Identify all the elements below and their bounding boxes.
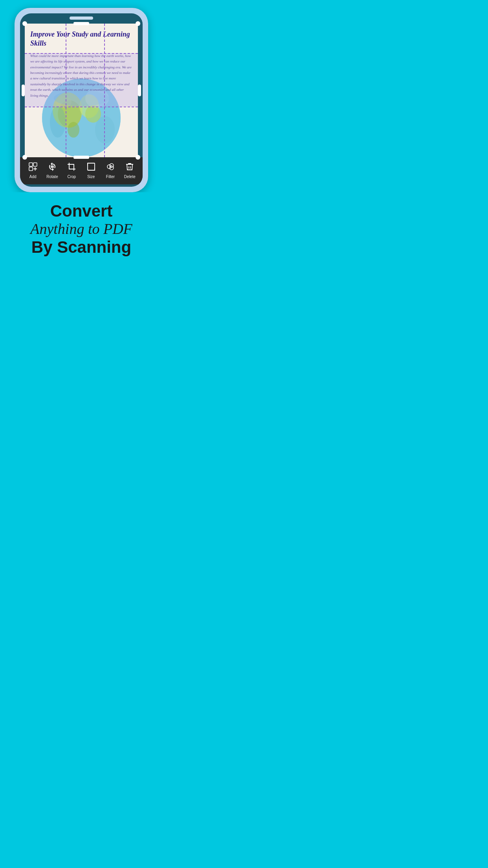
svg-rect-15 [29,167,33,171]
crop-icon [67,162,76,173]
svg-point-7 [68,122,79,138]
rotate-label: Rotate [46,175,58,179]
toolbar-rotate[interactable]: Rotate [44,162,61,179]
phone-frame: Improve Your Study and Learning Skills W… [15,8,148,192]
convert-title: Convert [8,202,155,221]
selected-region [25,53,138,107]
size-icon [86,162,96,173]
filter-icon [106,162,115,173]
svg-point-10 [50,106,66,138]
document-container: Improve Your Study and Learning Skills W… [25,24,138,157]
crop-handle-left[interactable] [22,85,25,96]
phone-screen: Improve Your Study and Learning Skills W… [20,13,143,187]
crop-handle-right[interactable] [138,85,141,96]
toolbar-crop[interactable]: Crop [63,162,80,179]
crop-label: Crop [67,175,76,179]
phone-wrapper: Improve Your Study and Learning Skills W… [0,0,163,192]
size-label: Size [87,175,95,179]
crop-handle-bottom-right[interactable] [136,155,140,160]
svg-rect-20 [88,163,95,170]
delete-label: Delete [124,175,136,179]
svg-rect-14 [33,163,37,166]
toolbar: Add Rotate [20,157,143,184]
filter-label: Filter [106,175,115,179]
add-icon [28,162,38,173]
bottom-section: Convert Anything to PDF By Scanning [0,192,163,269]
toolbar-delete[interactable]: Delete [121,162,138,179]
crop-handle-bottom[interactable] [73,156,89,159]
convert-by: By Scanning [8,238,155,257]
notch [70,17,93,20]
notch-area [20,13,143,21]
document-title: Improve Your Study and Learning Skills [30,30,132,48]
svg-point-11 [95,116,115,143]
svg-rect-19 [69,164,74,169]
toolbar-filter[interactable]: Filter [102,162,119,179]
rotate-icon [48,162,57,173]
toolbar-add[interactable]: Add [24,162,42,179]
crop-handle-top[interactable] [73,22,89,25]
document-page: Improve Your Study and Learning Skills W… [25,24,138,157]
svg-point-23 [110,166,114,170]
add-label: Add [29,175,37,179]
crop-handle-top-right[interactable] [136,21,140,26]
crop-handle-top-left[interactable] [22,21,27,26]
svg-rect-13 [29,163,33,166]
delete-icon [125,162,134,173]
svg-rect-18 [51,166,54,168]
toolbar-size[interactable]: Size [83,162,100,179]
crop-handle-bottom-left[interactable] [22,155,27,160]
convert-subtitle: Anything to PDF [8,221,155,238]
svg-point-21 [107,165,111,169]
